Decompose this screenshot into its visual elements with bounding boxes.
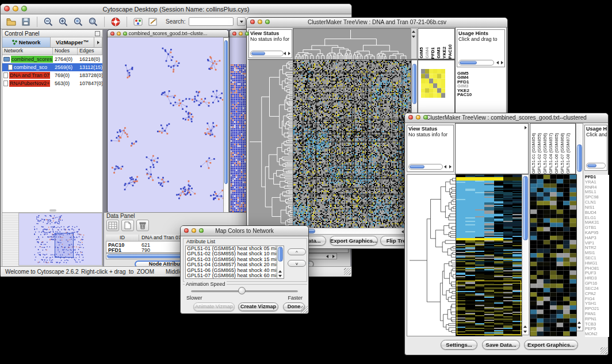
network-window-1-titlebar[interactable]: combined_scores_good.txt--cluste... — [108, 30, 228, 37]
minimize-icon[interactable] — [416, 115, 420, 120]
zoom-selected-icon[interactable] — [72, 16, 84, 28]
network-list-row[interactable]: combined_sco2569(6)13112(15) — [2, 63, 102, 71]
scroll-down-icon[interactable] — [523, 331, 527, 333]
scroll-down-icon[interactable] — [278, 275, 282, 277]
splitter-handle[interactable] — [49, 209, 56, 212]
column-label[interactable]: GIM4 — [424, 47, 430, 59]
scroll-up-icon[interactable] — [577, 321, 581, 324]
delete-attribute-icon[interactable] — [136, 220, 149, 231]
tab-vizmapper[interactable]: VizMapper™ — [51, 37, 94, 47]
search-input[interactable] — [189, 17, 234, 26]
column-label[interactable]: GPL51-01 (GSM854) — [531, 124, 537, 174]
zoom-out-icon[interactable] — [43, 16, 54, 28]
dendrogram-scroll-strip[interactable] — [411, 28, 417, 59]
scroll-right-icon[interactable] — [449, 165, 452, 168]
resize-grip[interactable] — [600, 347, 607, 354]
tab-network[interactable]: Network — [2, 37, 51, 47]
column-edges[interactable]: Edges — [78, 48, 102, 55]
column-label[interactable]: GIM5 — [419, 47, 424, 59]
close-icon[interactable] — [232, 32, 236, 36]
treeview1-titlebar[interactable]: ClusterMaker TreeView : DNA and Tran 07-… — [247, 18, 507, 28]
scrollbar-thumb[interactable] — [224, 40, 228, 184]
scrollbar-thumb[interactable] — [412, 64, 416, 104]
row-label[interactable]: PAC10 — [457, 93, 472, 97]
minimize-icon[interactable] — [239, 32, 243, 36]
column-label[interactable]: PAC10 — [447, 44, 453, 59]
scrollbar-thumb[interactable] — [278, 247, 283, 262]
heatmap-zoom-view[interactable] — [530, 174, 577, 336]
column-id[interactable]: ID — [106, 235, 139, 241]
scrollbar-thumb[interactable] — [577, 144, 582, 172]
scrollbar-thumb[interactable] — [460, 61, 477, 64]
animate-vizmap-button[interactable]: Animate Vizmap — [193, 302, 235, 311]
column-dendrogram-area[interactable] — [455, 123, 529, 174]
minimize-icon[interactable] — [117, 32, 121, 36]
column-label[interactable]: GPL51-02 (GSM855) — [537, 124, 542, 174]
minimize-icon[interactable] — [192, 228, 196, 233]
help-lifering-icon[interactable] — [110, 16, 121, 28]
row-dendrogram[interactable] — [407, 174, 456, 336]
network-list-row[interactable]: combined_scores2764(0)16218(0) — [2, 55, 102, 63]
dialog-titlebar[interactable]: Map Colors to Network — [181, 226, 308, 236]
scrollbar-thumb[interactable] — [523, 176, 528, 240]
scroll-up-icon[interactable] — [523, 325, 527, 328]
scrollbar-thumb[interactable] — [587, 164, 596, 167]
column-nodes[interactable]: Nodes — [53, 48, 78, 55]
column-label[interactable]: GPL51-04 (GSM857) — [548, 124, 554, 174]
main-titlebar[interactable]: Cytoscape Desktop (Session Name: collins… — [1, 4, 351, 14]
list-scrollbar[interactable] — [277, 246, 284, 278]
open-folder-icon[interactable] — [5, 16, 17, 28]
heatmap-view[interactable] — [456, 174, 522, 336]
scroll-up-icon[interactable] — [412, 30, 415, 33]
column-label[interactable]: GPL51-03 (GSM856) — [542, 124, 548, 174]
resize-grip[interactable] — [344, 268, 351, 275]
network-list-row[interactable]: RNAPuberNov2+563(0)107847(0) — [2, 79, 102, 87]
move-down-button[interactable]: v — [288, 260, 306, 267]
column-label[interactable]: GPL51-07 (GSM868) — [560, 124, 565, 174]
gene-label[interactable]: MON2 — [585, 332, 609, 337]
network-list-row[interactable]: DNA and Tran 07769(0)183728(0) — [2, 71, 102, 79]
column-label[interactable]: YKE2 — [442, 47, 447, 59]
export-graphics-button[interactable]: Export Graphics... — [524, 340, 578, 350]
zoom-window-icon[interactable] — [199, 228, 204, 233]
tab-overflow-button[interactable] — [94, 37, 102, 47]
column-label[interactable]: GIM3 — [436, 47, 442, 59]
scroll-left-icon[interactable] — [444, 165, 446, 168]
edit-network-icon[interactable] — [147, 16, 159, 28]
scrollbar[interactable] — [223, 37, 229, 213]
scrollbar-thumb[interactable] — [410, 165, 424, 168]
move-up-button[interactable]: ^ — [288, 248, 306, 255]
heatmap-view[interactable] — [293, 60, 411, 228]
view-status-scrollbar[interactable] — [250, 51, 284, 56]
scroll-right-icon[interactable] — [288, 52, 290, 55]
save-icon[interactable] — [20, 16, 32, 28]
search-dropdown-button[interactable] — [237, 17, 246, 26]
minimize-icon[interactable] — [13, 6, 18, 12]
column-label[interactable]: GPL51-06 (GSM865) — [554, 124, 560, 174]
zoom-fit-icon[interactable] — [87, 16, 99, 28]
network-overview[interactable] — [18, 213, 102, 266]
zoom-in-icon[interactable] — [58, 16, 69, 28]
resize-grip[interactable] — [301, 306, 308, 313]
minimize-icon[interactable] — [258, 20, 262, 24]
network-canvas[interactable] — [108, 37, 223, 213]
global-matrix-view[interactable] — [421, 69, 445, 98]
network-view-window-1[interactable]: combined_scores_good.txt--cluste... — [107, 29, 229, 212]
usage-hints-scrollbar[interactable] — [458, 60, 494, 66]
heatmap-vscrollbar[interactable] — [522, 174, 529, 335]
scroll-down-icon[interactable] — [412, 36, 415, 38]
zoom-window-icon[interactable] — [423, 115, 428, 120]
scroll-left-icon[interactable] — [496, 61, 499, 64]
attribute-select-icon[interactable] — [106, 220, 119, 231]
scroll-down-icon[interactable] — [577, 327, 581, 329]
float-panel-icon[interactable] — [95, 31, 100, 36]
close-icon[interactable] — [110, 32, 114, 36]
settings-button[interactable]: Settings... — [441, 340, 477, 350]
row-dendrogram[interactable] — [248, 60, 293, 228]
column-dendrogram[interactable] — [293, 28, 411, 60]
close-icon[interactable] — [4, 6, 10, 12]
heatmap-hscrollbar[interactable] — [293, 228, 411, 235]
expand-icon[interactable] — [525, 126, 527, 129]
export-graphics-button[interactable]: Export Graphics... — [330, 236, 378, 246]
close-icon[interactable] — [408, 115, 413, 120]
